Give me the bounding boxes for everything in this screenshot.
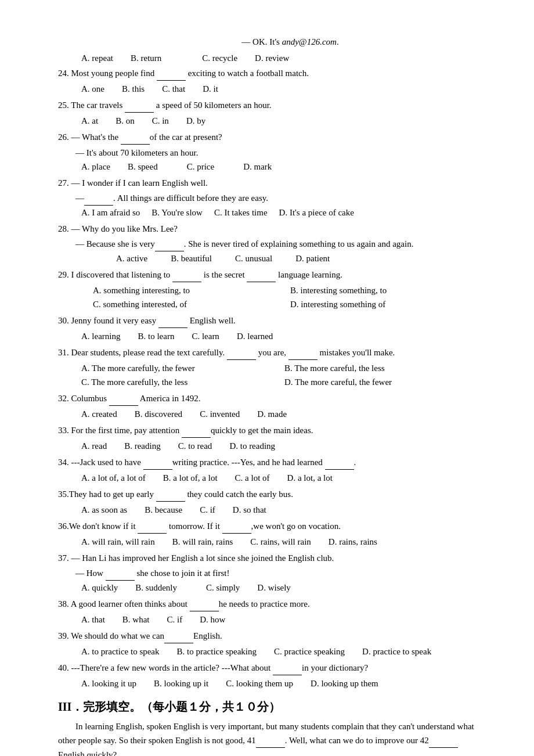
q40-options: A. looking it up B. looking up it C. loo… xyxy=(58,676,488,690)
q39: 39. We should do what we can English. A.… xyxy=(58,629,488,658)
blank xyxy=(182,423,211,438)
option-d: D. learned xyxy=(237,329,273,343)
blank xyxy=(190,597,219,611)
option-a: A. place xyxy=(81,160,110,174)
q23-options: A. repeat B. return C. recycle D. review xyxy=(58,51,488,65)
option-d: D. review xyxy=(255,51,289,65)
option-d: D. so that xyxy=(233,503,266,517)
option-a: A. that xyxy=(81,613,105,627)
blank xyxy=(155,237,184,251)
option-d: D. a lot, a lot xyxy=(287,471,333,485)
blank xyxy=(121,130,150,145)
q28-text: 28. — Why do you like Mrs. Lee? xyxy=(58,222,488,236)
option-a: A. I am afraid so xyxy=(81,206,140,219)
q36: 36.We don't know if it tomorrow. If it ,… xyxy=(58,519,488,549)
q24-options: A. one B. this C. that D. it xyxy=(58,82,488,96)
option-c: C. something interested, of xyxy=(93,297,290,311)
option-c: C. simply xyxy=(206,581,240,595)
option-a: A. will rain, will rain xyxy=(81,535,155,549)
option-b: B. return xyxy=(131,51,161,65)
option-c: C. looking them up xyxy=(226,676,293,690)
option-a: A. as soon as xyxy=(81,503,127,517)
option-b: B. You're slow xyxy=(151,206,203,219)
q37-text: 37. — Han Li has improved her English a … xyxy=(58,551,488,565)
option-b: B. interesting something, to xyxy=(290,283,488,297)
q38: 38. A good learner often thinks about he… xyxy=(58,597,488,627)
option-c: C. recycle xyxy=(202,51,237,65)
blank xyxy=(138,519,167,534)
blank2 xyxy=(325,455,354,470)
blank xyxy=(273,661,302,675)
option-b: B. a lot of, a lot xyxy=(163,471,218,485)
option-b: B. discovered xyxy=(135,407,182,421)
blank-41 xyxy=(256,733,285,748)
option-a: A. a lot of, a lot of xyxy=(81,471,146,485)
option-d: D. by xyxy=(186,114,205,128)
q35-text: 35.They had to get up early they could c… xyxy=(58,487,488,502)
option-b: B. this xyxy=(122,82,145,96)
q26-text: 26. — What's the of the car at present? xyxy=(58,130,488,145)
option-c: C. The more carefully, the less xyxy=(81,375,284,389)
q37: 37. — Han Li has improved her English a … xyxy=(58,551,488,595)
blank-42 xyxy=(429,733,458,748)
q27-reply: — . All things are difficult before they… xyxy=(58,191,488,206)
blank xyxy=(106,566,135,581)
option-d: D. made xyxy=(257,407,287,421)
q32-text: 32. Columbus America in 1492. xyxy=(58,391,488,406)
option-d: D. mark xyxy=(243,160,272,174)
q33: 33. For the first time, pay attention qu… xyxy=(58,423,488,453)
q31-text: 31. Dear students, please read the text … xyxy=(58,345,488,360)
option-d: D. It's a piece of cake xyxy=(279,206,354,219)
option-c: C. unusual xyxy=(235,251,272,265)
option-d: D. it xyxy=(203,82,218,96)
option-a: A. quickly xyxy=(81,581,118,595)
option-d: D. interesting something of xyxy=(290,297,488,311)
q37-reply: — How she chose to join it at first! xyxy=(58,566,488,581)
option-c: C. if xyxy=(200,503,215,517)
section-iii-header: III．完形填空。（每小题１分，共１０分） xyxy=(58,697,488,716)
option-b: B. reading xyxy=(124,439,160,453)
q32-options: A. created B. discovered C. invented D. … xyxy=(58,407,488,421)
q39-text: 39. We should do what we can English. xyxy=(58,629,488,643)
option-c: C. if xyxy=(167,613,183,627)
blank xyxy=(125,98,154,113)
option-d: D. The more careful, the fewer xyxy=(284,375,488,389)
q26-options: A. place B. speed C. price D. mark xyxy=(58,160,488,174)
option-c: C. rains, will rain xyxy=(250,535,311,549)
q39-options: A. to practice to speak B. to practice s… xyxy=(58,645,488,658)
q25-text: 25. The car travels a speed of 50 kilome… xyxy=(58,98,488,113)
option-b: B. beautiful xyxy=(171,251,212,265)
option-a: A. one xyxy=(81,82,104,96)
option-d: D. patient xyxy=(295,251,330,265)
option-a: A. The more carefully, the fewer xyxy=(81,361,284,375)
q29: 29. I discovered that listening to is th… xyxy=(58,268,488,311)
q31: 31. Dear students, please read the text … xyxy=(58,345,488,389)
option-c: C. It takes time xyxy=(214,206,268,219)
option-a: A. created xyxy=(81,407,117,421)
blank xyxy=(164,629,193,643)
blank xyxy=(158,314,187,328)
option-d: D. how xyxy=(200,613,225,627)
option-a: A. something interesting, to xyxy=(93,283,290,297)
q26-reply: — It's about 70 kilometers an hour. xyxy=(58,146,488,160)
q30-options: A. learning B. to learn C. learn D. lear… xyxy=(58,329,488,343)
blank2 xyxy=(247,268,276,282)
q33-options: A. read B. reading C. to read D. to read… xyxy=(58,439,488,453)
q40: 40. ---There're a few new words in the a… xyxy=(58,661,488,690)
option-b: B. on xyxy=(116,114,135,128)
q36-text: 36.We don't know if it tomorrow. If it ,… xyxy=(58,519,488,534)
q24-text: 24. Most young people find exciting to w… xyxy=(58,66,488,81)
option-d: D. to reading xyxy=(229,439,275,453)
q38-text: 38. A good learner often thinks about he… xyxy=(58,597,488,611)
blank xyxy=(109,391,138,406)
q24: 24. Most young people find exciting to w… xyxy=(58,66,488,96)
option-b: B. to learn xyxy=(138,329,174,343)
blank xyxy=(157,66,186,81)
option-a: A. to practice to speak xyxy=(81,645,160,658)
option-a: A. repeat xyxy=(81,51,113,65)
blank xyxy=(84,191,113,206)
email-text: — OK. It's andy@126.com. xyxy=(58,35,488,49)
option-b: B. what xyxy=(122,613,150,627)
q38-options: A. that B. what C. if D. how xyxy=(58,613,488,627)
q28-options: A. active B. beautiful C. unusual D. pat… xyxy=(58,251,488,265)
